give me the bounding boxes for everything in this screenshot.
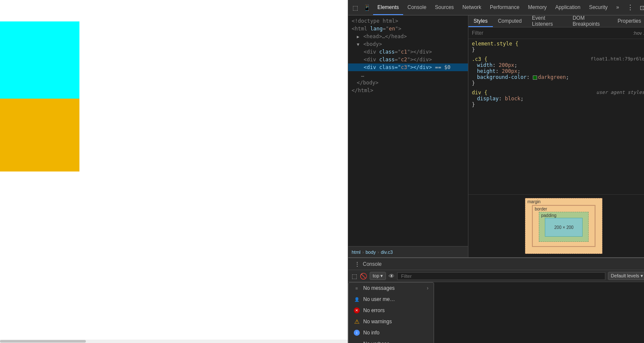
css-rule-c3: .c3 { float1.html:79pr6log:21 width: 200… bbox=[472, 56, 644, 86]
tab-more[interactable]: » bbox=[612, 0, 623, 15]
cyan-div bbox=[0, 21, 79, 99]
breadcrumb: html › body › div.c3 bbox=[348, 246, 468, 257]
devtools-tab-list: Elements Console Sources Network Perform… bbox=[373, 0, 623, 15]
devtools-more-icon[interactable]: ⋮ bbox=[623, 3, 637, 12]
css-selector-c3[interactable]: .c3 { bbox=[472, 56, 487, 62]
breadcrumb-body[interactable]: body bbox=[365, 250, 376, 255]
styles-tab-dom-breakpoints[interactable]: DOM Breakpoints bbox=[568, 15, 613, 27]
console-eye-icon[interactable]: 👁 bbox=[389, 273, 395, 280]
dom-line-head[interactable]: ▶ <head>…</head> bbox=[348, 33, 468, 40]
styles-tab-computed[interactable]: Computed bbox=[493, 15, 527, 27]
console-filter-input[interactable] bbox=[397, 272, 605, 280]
css-value-width[interactable]: 200px bbox=[499, 62, 514, 68]
console-clear-icon[interactable]: 🚫 bbox=[360, 273, 367, 280]
padding-label: padding bbox=[541, 213, 556, 218]
breadcrumb-divc3[interactable]: div.c3 bbox=[381, 250, 393, 255]
css-selector[interactable]: element.style { bbox=[472, 41, 518, 47]
dom-line-doctype[interactable]: <!doctype html> bbox=[348, 17, 468, 25]
dom-tree[interactable]: <!doctype html> <html lang="en"> ▶ <head… bbox=[348, 15, 468, 246]
devtools-body: <!doctype html> <html lang="en"> ▶ <head… bbox=[348, 15, 644, 257]
no-user-messages-label: No user me… bbox=[363, 296, 395, 302]
error-icon: ✕ bbox=[354, 307, 360, 313]
css-rule-element-style: element.style { } bbox=[472, 41, 644, 53]
dom-line-div-c1[interactable]: <div class="c1"></div> bbox=[348, 48, 468, 56]
dom-line-div-c3[interactable]: <div class="c3"></div> == $0 bbox=[348, 63, 468, 71]
console-menu-icon[interactable]: ⋮ bbox=[352, 261, 363, 268]
yellow-div bbox=[0, 99, 79, 172]
scrollbar-thumb[interactable] bbox=[0, 340, 86, 343]
viewport-scrollbar[interactable] bbox=[0, 340, 348, 343]
tab-application[interactable]: Application bbox=[551, 0, 585, 15]
css-prop-width[interactable]: width bbox=[472, 62, 492, 68]
css-prop-height[interactable]: height bbox=[472, 68, 495, 74]
console-dropdown-no-errors[interactable]: ✕ No errors bbox=[349, 305, 434, 316]
dom-line-div-c2[interactable]: <div class="c2"></div> bbox=[348, 56, 468, 63]
console-dropdown: ≡ No messages › 👤 No user me… ✕ No error… bbox=[348, 282, 434, 343]
no-info-label: No info bbox=[363, 330, 380, 336]
css-selector-div[interactable]: div { bbox=[472, 90, 487, 96]
css-value-height[interactable]: 200px bbox=[502, 68, 517, 74]
styles-filter-input[interactable] bbox=[472, 30, 629, 36]
tab-console[interactable]: Console bbox=[403, 0, 431, 15]
inspect-icon[interactable]: ⬚ bbox=[350, 4, 361, 11]
tab-network[interactable]: Network bbox=[458, 0, 486, 15]
css-value-bg-color[interactable]: darkgreen bbox=[538, 74, 566, 80]
console-dropdown-no-info[interactable]: i No info bbox=[349, 327, 434, 338]
tab-elements[interactable]: Elements bbox=[373, 0, 403, 15]
tab-security[interactable]: Security bbox=[585, 0, 612, 15]
warning-icon: ⚠ bbox=[354, 319, 360, 325]
no-messages-arrow: › bbox=[427, 285, 428, 291]
styles-panel: Styles Computed Event Listeners DOM Brea… bbox=[468, 15, 644, 257]
console-section: ⋮ Console ✕ ⬚ 🚫 top ▾ 👁 Default levels ▾… bbox=[348, 257, 644, 343]
styles-tab-styles[interactable]: Styles bbox=[468, 15, 493, 27]
no-warnings-label: No warnings bbox=[363, 319, 392, 325]
dom-line-html[interactable]: <html lang="en"> bbox=[348, 25, 468, 33]
dom-dots: … bbox=[348, 71, 468, 79]
console-title: Console bbox=[363, 261, 382, 267]
styles-tab-properties[interactable]: Properties bbox=[613, 15, 644, 27]
console-header: ⋮ Console ✕ bbox=[348, 258, 644, 270]
css-value-display[interactable]: block bbox=[505, 96, 520, 102]
filter-options[interactable]: :hov .cls bbox=[633, 30, 644, 36]
device-icon[interactable]: 📱 bbox=[361, 4, 373, 11]
css-prop-bg-color[interactable]: background-color bbox=[472, 74, 527, 80]
no-messages-label: No messages bbox=[363, 285, 395, 291]
dom-line-close-body[interactable]: </body> bbox=[348, 79, 468, 87]
browser-viewport bbox=[0, 0, 348, 343]
console-dropdown-no-user-messages[interactable]: 👤 No user me… bbox=[349, 294, 434, 305]
console-context-selector[interactable]: top ▾ bbox=[370, 272, 386, 280]
styles-filter-row: :hov .cls + bbox=[468, 27, 644, 39]
devtools-panel: ⬚ 📱 Elements Console Sources Network Per… bbox=[348, 0, 644, 343]
css-prop-display[interactable]: display bbox=[472, 96, 499, 102]
devtools-toolbar: ⬚ 📱 Elements Console Sources Network Per… bbox=[348, 0, 644, 15]
console-dropdown-no-warnings[interactable]: ⚠ No warnings bbox=[349, 316, 434, 327]
no-verbose-label: No verbose bbox=[363, 341, 389, 343]
css-color-swatch[interactable] bbox=[533, 75, 537, 80]
tab-memory[interactable]: Memory bbox=[524, 0, 551, 15]
tab-sources[interactable]: Sources bbox=[431, 0, 458, 15]
tab-performance[interactable]: Performance bbox=[486, 0, 524, 15]
console-level-selector[interactable]: Default levels ▾ bbox=[608, 272, 644, 280]
border-label: border bbox=[535, 207, 547, 211]
console-dropdown-no-messages[interactable]: ≡ No messages › bbox=[349, 283, 434, 294]
css-rules-panel: element.style { } .c3 { float1.html:79pr… bbox=[468, 39, 644, 194]
styles-tab-list: Styles Computed Event Listeners DOM Brea… bbox=[468, 15, 644, 27]
info-icon: i bbox=[354, 330, 360, 336]
styles-tab-event-listeners[interactable]: Event Listeners bbox=[527, 15, 568, 27]
console-dropdown-no-verbose[interactable]: ≡ No verbose bbox=[349, 338, 434, 343]
box-model-section: margin - border - padding - bbox=[468, 194, 644, 257]
box-model-diagram: margin - border - padding - bbox=[525, 198, 602, 254]
no-errors-label: No errors bbox=[363, 307, 385, 313]
verbose-icon: ≡ bbox=[354, 341, 360, 343]
css-source-c3[interactable]: float1.html:79pr6log:21 bbox=[591, 56, 644, 62]
user-messages-icon: 👤 bbox=[354, 296, 360, 302]
messages-icon: ≡ bbox=[354, 285, 360, 291]
content-size-label: 200 × 200 bbox=[554, 225, 574, 230]
dom-line-body[interactable]: ▼ <body> bbox=[348, 40, 468, 48]
devtools-dock-icon[interactable]: ⊡ bbox=[637, 4, 644, 11]
margin-label: margin bbox=[527, 199, 541, 204]
breadcrumb-html[interactable]: html bbox=[352, 250, 361, 255]
dom-line-close-html[interactable]: </html> bbox=[348, 87, 468, 94]
console-toolbar: ⬚ 🚫 top ▾ 👁 Default levels ▾ ⚙ bbox=[348, 270, 644, 282]
console-inspect-icon[interactable]: ⬚ bbox=[352, 273, 357, 280]
